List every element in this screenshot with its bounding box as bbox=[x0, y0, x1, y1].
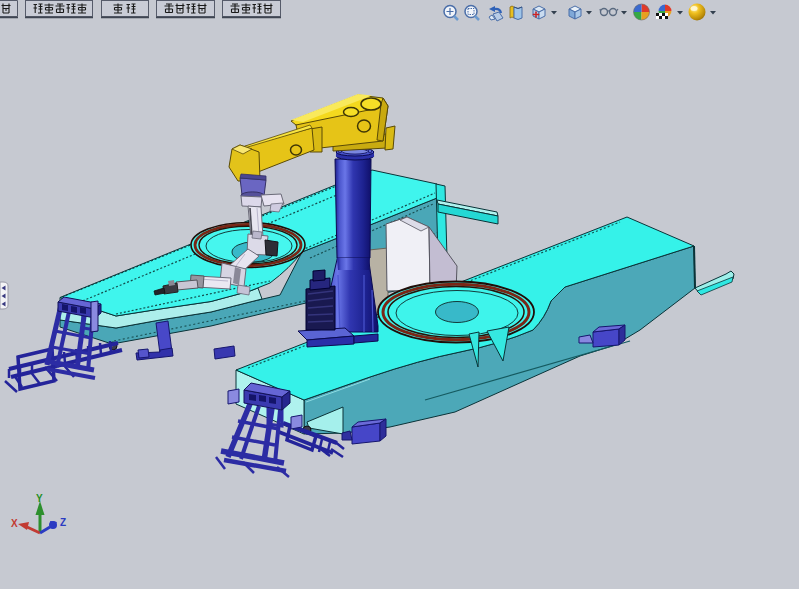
svg-text:Z: Z bbox=[60, 517, 66, 528]
svg-text:X: X bbox=[11, 518, 18, 529]
svg-text:Y: Y bbox=[36, 493, 43, 504]
